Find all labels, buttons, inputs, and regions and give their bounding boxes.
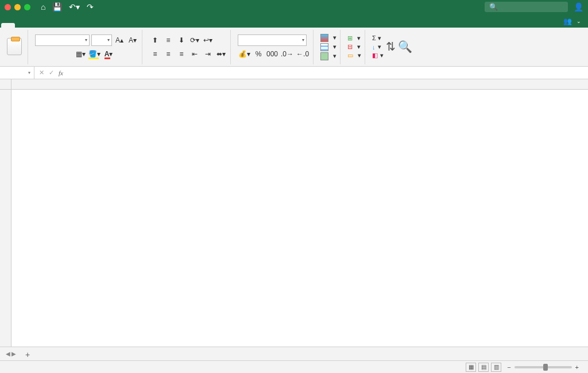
name-box[interactable]: ▾ (0, 67, 34, 79)
italic-button[interactable] (48, 48, 60, 60)
zoom-slider[interactable] (514, 366, 572, 368)
column-headers (11, 79, 588, 90)
delete-icon: ⊟ (347, 43, 353, 51)
conditional-icon (320, 34, 328, 42)
sort-icon: ⇅ (386, 40, 396, 53)
fill-button[interactable]: ↓▾ (372, 43, 384, 51)
maximize-window-button[interactable] (24, 4, 30, 10)
align-bottom-button[interactable]: ⬇ (176, 34, 187, 46)
format-as-table-button[interactable]: ▾ (320, 43, 336, 51)
share-button[interactable]: 👥 ⌄ (558, 15, 587, 28)
paste-icon (7, 38, 22, 55)
align-top-button[interactable]: ⬆ (149, 34, 161, 46)
tab-review[interactable] (84, 23, 98, 28)
tab-home[interactable] (1, 23, 15, 28)
titlebar: ⌂ 💾 ↶▾ ↷ 🔍 👤 (0, 0, 588, 14)
currency-button[interactable]: 💰▾ (238, 48, 251, 60)
paste-button[interactable] (7, 38, 22, 56)
page-break-view-button[interactable]: ▥ (491, 363, 501, 372)
sheet-nav-prev[interactable]: ◀ (6, 351, 10, 357)
bold-button[interactable] (35, 48, 47, 60)
user-profile-icon[interactable]: 👤 (574, 2, 583, 11)
sheet-tab-bar: ◀ ▶ + (0, 347, 588, 360)
align-right-button[interactable]: ≡ (176, 48, 187, 60)
alignment-group: ⬆ ≡ ⬇ ⟳▾ ↩▾ ≡ ≡ ≡ ⇤ ⇥ ⬌▾ (146, 30, 231, 64)
decrease-indent-button[interactable]: ⇤ (189, 48, 200, 60)
orientation-button[interactable]: ⟳▾ (189, 34, 200, 46)
redo-icon[interactable]: ↷ (87, 2, 94, 11)
decrease-font-button[interactable]: A▾ (127, 34, 138, 46)
increase-decimal-button[interactable]: .0→ (280, 48, 294, 60)
tab-formulas[interactable] (56, 23, 70, 28)
format-cells-button[interactable]: ▭ ▾ (347, 52, 361, 59)
ribbon-tabs: 👥 ⌄ (0, 14, 588, 28)
cells-area[interactable] (11, 90, 588, 347)
add-sheet-button[interactable]: + (20, 348, 36, 361)
zoom-slider-thumb[interactable] (543, 364, 548, 371)
status-bar: ▦ ▤ ▥ − + (0, 360, 588, 373)
underline-button[interactable] (61, 48, 73, 60)
comma-button[interactable]: 000 (266, 48, 278, 60)
spreadsheet-grid (0, 79, 588, 347)
border-button[interactable]: ▦▾ (75, 48, 86, 60)
window-controls (5, 4, 30, 10)
align-left-button[interactable]: ≡ (149, 48, 161, 60)
merge-button[interactable]: ⬌▾ (215, 48, 227, 60)
sheet-nav-next[interactable]: ▶ (11, 351, 16, 357)
zoom-controls: − + (507, 364, 582, 371)
tab-insert[interactable] (15, 23, 29, 28)
decrease-decimal-button[interactable]: ←.0 (296, 48, 310, 60)
quick-access-toolbar: ⌂ 💾 ↶▾ ↷ (41, 2, 94, 11)
tab-view[interactable] (98, 23, 111, 28)
styles-group: ▾ ▾ ▾ (317, 30, 341, 64)
clipboard-group (3, 30, 28, 64)
cells-group: ⊞ ▾ ⊟ ▾ ▭ ▾ (344, 30, 365, 64)
save-icon[interactable]: 💾 (52, 2, 62, 11)
cell-styles-button[interactable]: ▾ (320, 52, 336, 60)
format-icon: ▭ (347, 52, 353, 59)
zoom-out-button[interactable]: − (507, 364, 510, 371)
delete-cells-button[interactable]: ⊟ ▾ (347, 43, 361, 51)
font-name-select[interactable]: ▾ (35, 34, 90, 46)
row-headers (0, 90, 11, 347)
close-window-button[interactable] (5, 4, 11, 10)
font-size-select[interactable]: ▾ (91, 34, 112, 46)
increase-font-button[interactable]: A▴ (114, 34, 125, 46)
minimize-window-button[interactable] (14, 4, 21, 10)
fill-color-button[interactable]: 🪣▾ (88, 48, 101, 60)
tab-draw[interactable] (29, 23, 42, 28)
chevron-down-icon: ▾ (302, 37, 304, 43)
align-middle-button[interactable]: ≡ (163, 34, 174, 46)
undo-icon[interactable]: ↶▾ (69, 2, 80, 11)
font-color-button[interactable]: A▾ (103, 48, 114, 60)
number-group: ▾ 💰▾ % 000 .0→ ←.0 (234, 30, 314, 64)
chevron-down-icon: ⌄ (577, 18, 581, 24)
view-buttons: ▦ ▤ ▥ (466, 363, 501, 372)
page-layout-view-button[interactable]: ▤ (478, 363, 489, 372)
tab-pagelayout[interactable] (42, 23, 56, 28)
autosum-button[interactable]: Σ ▾ (372, 34, 384, 42)
percent-button[interactable]: % (253, 48, 264, 60)
wrap-text-button[interactable]: ↩▾ (202, 34, 214, 46)
eraser-icon: ◧ (372, 52, 378, 59)
normal-view-button[interactable]: ▦ (466, 363, 476, 372)
tab-data[interactable] (70, 23, 84, 28)
increase-indent-button[interactable]: ⇥ (202, 48, 214, 60)
insert-cells-button[interactable]: ⊞ ▾ (347, 34, 361, 42)
search-box[interactable]: 🔍 (485, 2, 568, 12)
clear-button[interactable]: ◧▾ (372, 52, 384, 59)
align-center-button[interactable]: ≡ (163, 48, 174, 60)
zoom-in-button[interactable]: + (575, 364, 579, 371)
conditional-formatting-button[interactable]: ▾ (320, 34, 336, 42)
number-format-select[interactable]: ▾ (238, 34, 307, 46)
home-icon[interactable]: ⌂ (41, 2, 45, 11)
find-icon: 🔍 (398, 40, 412, 53)
table-icon (320, 43, 328, 51)
search-input[interactable] (500, 3, 563, 10)
find-select-button[interactable]: 🔍 (398, 40, 412, 54)
sort-filter-button[interactable]: ⇅ (386, 40, 396, 54)
confirm-formula-button[interactable]: ✓ (49, 69, 54, 76)
select-all-corner[interactable] (0, 79, 11, 90)
cancel-formula-button[interactable]: ✕ (39, 69, 44, 76)
fx-button[interactable]: fx (59, 70, 63, 76)
